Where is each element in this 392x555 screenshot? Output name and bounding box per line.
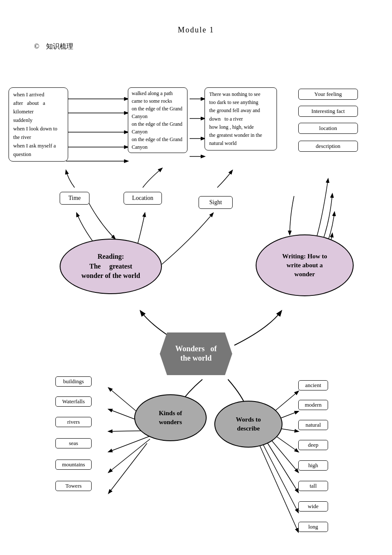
reading-oval: Reading:The greatestwonder of the world <box>60 239 162 294</box>
writing-oval: Writing: How towrite about awonder <box>256 234 354 296</box>
svg-line-24 <box>265 439 298 492</box>
path-box: walked along a path came to some rocks o… <box>128 87 187 153</box>
description-box: description <box>298 141 358 152</box>
sight-desc-box: There was nothing to see too dark to see… <box>205 87 277 150</box>
kinds-oval-text: Kinds ofwonders <box>159 409 182 427</box>
central-hexagon: Wonders ofthe world <box>160 332 232 375</box>
timeline-item-2: after about a kilometer <box>13 99 63 116</box>
svg-line-18 <box>109 443 147 493</box>
path-item-3: on the edge of the Grand Canyon <box>132 105 184 120</box>
word-tall: tall <box>298 481 328 491</box>
word-deep: deep <box>298 440 328 450</box>
timeline-item-3: suddenly <box>13 116 63 124</box>
timeline-item-1: when I arrived <box>13 90 63 99</box>
your-feeling-box: Your feeling <box>298 89 358 100</box>
interesting-fact-box: Interesting fact <box>298 106 358 117</box>
svg-line-17 <box>109 439 150 472</box>
writing-oval-text: Writing: How towrite about awonder <box>282 252 327 279</box>
word-natural: natural <box>298 420 328 430</box>
word-wide: wide <box>298 501 328 512</box>
kinds-oval: Kinds ofwonders <box>134 394 207 441</box>
page-title: Module 1 <box>0 0 392 35</box>
word-modern: modern <box>298 400 328 410</box>
word-ancient: ancient <box>298 380 328 390</box>
central-hexagon-wrap: Wonders ofthe world <box>160 332 232 375</box>
time-label: Time <box>60 192 89 205</box>
svg-line-26 <box>260 446 298 532</box>
path-item-4: on the edge of the Grand Canyon <box>132 120 184 136</box>
kind-mountains: mountains <box>55 460 92 470</box>
sight-item-2: too dark to see anything <box>209 98 272 107</box>
word-long: long <box>298 522 328 532</box>
kind-rivers: rivers <box>55 417 92 427</box>
mindmap: when I arrived after about a kilometer s… <box>0 55 392 550</box>
path-item-2: came to some rocks <box>132 97 184 105</box>
timeline-item-4: when I look down to the river <box>13 124 63 142</box>
sight-label: Sight <box>199 196 233 209</box>
timeline-box: when I arrived after about a kilometer s… <box>9 87 68 162</box>
sight-item-5: the greatest wonder in the natural world <box>209 131 272 147</box>
words-oval-text: Words todescribe <box>236 415 261 433</box>
svg-line-25 <box>262 442 298 512</box>
kind-towers: Towers <box>55 481 92 491</box>
subtitle: © 知识梳理 <box>0 35 392 51</box>
location-box-right: location <box>298 123 358 134</box>
kind-buildings: buildings <box>55 376 92 387</box>
subtitle-text: © 知识梳理 <box>34 42 73 51</box>
reading-oval-text: Reading:The greatestwonder of the world <box>81 252 140 280</box>
sight-item-3: the ground fell away and down to a river <box>209 107 272 123</box>
word-high: high <box>298 460 328 471</box>
timeline-item-5: when I ask myself a question <box>13 142 63 159</box>
words-oval: Words todescribe <box>214 401 282 448</box>
path-item-5: on the edge of the Grand Canyon <box>132 136 184 151</box>
svg-line-23 <box>268 436 298 472</box>
path-item-1: walked along a path <box>132 90 184 97</box>
kind-waterfalls: Waterfalls <box>55 396 92 407</box>
svg-line-16 <box>109 435 153 452</box>
sight-item-4: how long , high, wide <box>209 123 272 131</box>
sight-item-1: There was nothing to see <box>209 90 272 98</box>
kind-seas: seas <box>55 438 92 448</box>
location-label: Location <box>124 192 162 205</box>
